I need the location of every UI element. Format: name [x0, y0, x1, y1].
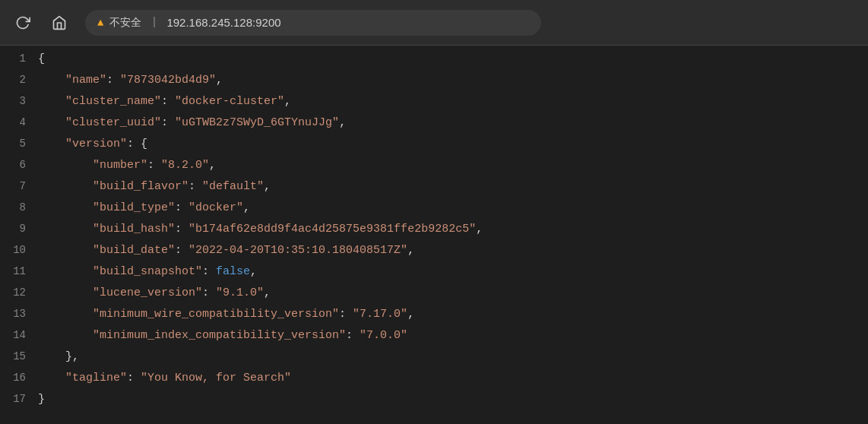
line-content: "number": "8.2.0",: [38, 156, 868, 176]
line-number: 3: [0, 93, 38, 107]
line-content: "lucene_version": "9.1.0",: [38, 283, 868, 303]
line-content: "build_date": "2022-04-20T10:35:10.18040…: [38, 241, 868, 261]
table-row: 13 "minimum_wire_compatibility_version":…: [0, 304, 868, 325]
table-row: 3 "cluster_name": "docker-cluster",: [0, 91, 868, 112]
table-row: 10 "build_date": "2022-04-20T10:35:10.18…: [0, 240, 868, 261]
table-row: 15 },: [0, 346, 868, 368]
table-row: 5 "version": {: [0, 134, 868, 155]
line-content: "cluster_name": "docker-cluster",: [38, 92, 868, 112]
table-row: 16 "tagline": "You Know, for Search": [0, 368, 868, 389]
line-number: 17: [0, 391, 38, 405]
line-content: },: [38, 347, 868, 367]
line-number: 9: [0, 221, 38, 235]
line-number: 16: [0, 370, 38, 384]
line-content: "build_flavor": "default",: [38, 177, 868, 197]
line-number: 15: [0, 349, 38, 362]
line-number: 11: [0, 264, 38, 277]
line-number: 1: [0, 51, 38, 65]
line-number: 2: [0, 72, 38, 86]
reload-button[interactable]: [12, 12, 33, 33]
line-number: 10: [0, 242, 38, 256]
address-bar[interactable]: ▲ 不安全 | 192.168.245.128:9200: [85, 10, 541, 36]
line-number: 4: [0, 115, 38, 128]
address-url: 192.168.245.128:9200: [166, 16, 280, 29]
address-divider: |: [150, 16, 157, 29]
line-number: 6: [0, 157, 38, 171]
line-content: "build_type": "docker",: [38, 198, 868, 218]
browser-chrome: ▲ 不安全 | 192.168.245.128:9200: [0, 0, 868, 46]
line-content: {: [38, 49, 868, 69]
line-number: 14: [0, 327, 38, 341]
table-row: 17}: [0, 389, 868, 410]
table-row: 1{: [0, 49, 868, 70]
json-viewer: 1{2 "name": "7873042bd4d9",3 "cluster_na…: [0, 46, 868, 413]
line-content: "cluster_uuid": "uGTWB2z7SWyD_6GTYnuJJg"…: [38, 113, 868, 133]
security-label: 不安全: [109, 16, 141, 30]
line-number: 5: [0, 136, 38, 150]
line-content: "minimum_wire_compatibility_version": "7…: [38, 305, 868, 324]
table-row: 12 "lucene_version": "9.1.0",: [0, 283, 868, 304]
line-content: "tagline": "You Know, for Search": [38, 369, 868, 388]
table-row: 2 "name": "7873042bd4d9",: [0, 70, 868, 91]
line-number: 13: [0, 306, 38, 320]
line-content: "build_snapshot": false,: [38, 262, 868, 282]
line-content: }: [38, 390, 868, 410]
table-row: 14 "minimum_index_compatibility_version"…: [0, 325, 868, 346]
home-button[interactable]: [49, 12, 70, 33]
table-row: 9 "build_hash": "b174af62e8dd9f4ac4d2587…: [0, 219, 868, 240]
line-content: "minimum_index_compatibility_version": "…: [38, 326, 868, 346]
line-number: 8: [0, 200, 38, 214]
line-content: "version": {: [38, 134, 868, 154]
table-row: 6 "number": "8.2.0",: [0, 155, 868, 176]
table-row: 7 "build_flavor": "default",: [0, 176, 868, 198]
line-number: 7: [0, 179, 38, 192]
table-row: 8 "build_type": "docker",: [0, 198, 868, 219]
table-row: 11 "build_snapshot": false,: [0, 261, 868, 283]
line-content: "build_hash": "b174af62e8dd9f4ac4d25875e…: [38, 220, 868, 239]
security-warning-icon: ▲: [97, 17, 103, 29]
line-content: "name": "7873042bd4d9",: [38, 71, 868, 90]
table-row: 4 "cluster_uuid": "uGTWB2z7SWyD_6GTYnuJJ…: [0, 112, 868, 134]
line-number: 12: [0, 285, 38, 299]
